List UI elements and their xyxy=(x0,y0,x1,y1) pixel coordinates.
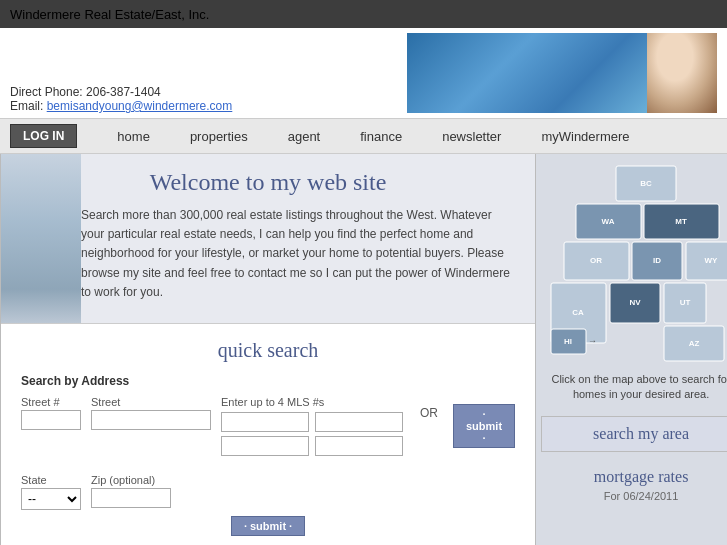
hi-state[interactable] xyxy=(551,329,586,354)
mls-submit-row: · submit · xyxy=(453,404,515,448)
email-label-text: Email: xyxy=(10,99,43,113)
state-select[interactable]: -- xyxy=(21,488,81,510)
welcome-section: Welcome to my web site Search more than … xyxy=(1,154,535,324)
search-by-address-label: Search by Address xyxy=(21,374,515,388)
street-num-label: Street # xyxy=(21,396,81,408)
ut-state[interactable] xyxy=(664,283,706,323)
wy-state[interactable] xyxy=(686,242,727,280)
nv-state[interactable] xyxy=(610,283,660,323)
nav-properties[interactable]: properties xyxy=(170,129,268,144)
nav-newsletter[interactable]: newsletter xyxy=(422,129,521,144)
main-content: Welcome to my web site Search more than … xyxy=(0,154,727,545)
quick-search-section: quick search Search by Address Street # … xyxy=(1,324,535,545)
mls-input-4[interactable] xyxy=(315,436,403,456)
street-input[interactable] xyxy=(91,410,211,430)
right-panel: BC WA MT OR ID WY CA xyxy=(536,154,727,545)
mls-input-3[interactable] xyxy=(221,436,309,456)
login-button[interactable]: LOG IN xyxy=(10,124,77,148)
state-zip-row: State -- Zip (optional) xyxy=(21,474,515,510)
mls-inputs xyxy=(221,412,405,456)
center-panel: Welcome to my web site Search more than … xyxy=(0,154,536,545)
az-state[interactable] xyxy=(664,326,724,361)
contact-info: Direct Phone: 206-387-1404 Email: bemisa… xyxy=(10,33,232,113)
mls-label: Enter up to 4 MLS #s xyxy=(221,396,405,408)
state-map[interactable]: BC WA MT OR ID WY CA xyxy=(546,164,727,364)
mortgage-section: mortgage rates For 06/24/2011 xyxy=(541,460,727,510)
email-link[interactable]: bemisandyoung@windermere.com xyxy=(47,99,233,113)
top-banner: Direct Phone: 206-387-1404 Email: bemisa… xyxy=(0,28,727,118)
welcome-title: Welcome to my web site xyxy=(21,169,515,196)
banner-images xyxy=(407,33,717,113)
mls-section: Enter up to 4 MLS #s OR · submit · xyxy=(221,396,515,456)
street-num-group: Street # xyxy=(21,396,81,430)
wa-state[interactable] xyxy=(576,204,641,239)
nav-agent[interactable]: agent xyxy=(268,129,341,144)
mortgage-date: For 06/24/2011 xyxy=(549,490,727,502)
nav-home[interactable]: home xyxy=(97,129,170,144)
search-area-title[interactable]: search my area xyxy=(550,425,727,443)
nav-mywindermere[interactable]: myWindermere xyxy=(521,129,649,144)
navigation: LOG IN home properties agent finance new… xyxy=(0,118,727,154)
bc-state[interactable] xyxy=(616,166,676,201)
mls-submit-button[interactable]: · submit · xyxy=(453,404,515,448)
email-row: Email: bemisandyoung@windermere.com xyxy=(10,99,232,113)
header-title: Windermere Real Estate/East, Inc. xyxy=(10,7,209,22)
map-section: BC WA MT OR ID WY CA xyxy=(541,159,727,408)
agent-photo xyxy=(647,33,717,113)
map-caption: Click on the map above to search for hom… xyxy=(546,372,727,403)
mortgage-title: mortgage rates xyxy=(549,468,727,486)
state-group: State -- xyxy=(21,474,81,510)
mt-state[interactable] xyxy=(644,204,719,239)
welcome-body: Search more than 300,000 real estate lis… xyxy=(21,206,515,302)
nav-finance[interactable]: finance xyxy=(340,129,422,144)
zip-label: Zip (optional) xyxy=(91,474,171,486)
zip-input[interactable] xyxy=(91,488,171,508)
agent-photo-inner xyxy=(647,33,717,113)
hi-arrow: → xyxy=(588,336,597,346)
banner-photo xyxy=(407,33,647,113)
street-label: Street xyxy=(91,396,211,408)
header-bar: Windermere Real Estate/East, Inc. xyxy=(0,0,727,28)
address-submit-row: · submit · xyxy=(21,516,515,536)
search-area-section[interactable]: search my area xyxy=(541,416,727,452)
mls-inputs-group: Enter up to 4 MLS #s xyxy=(221,396,405,456)
phone-label: Direct Phone: 206-387-1404 xyxy=(10,85,232,99)
zip-group: Zip (optional) xyxy=(91,474,171,508)
id-state[interactable] xyxy=(632,242,682,280)
address-submit-button[interactable]: · submit · xyxy=(231,516,305,536)
or-state[interactable] xyxy=(564,242,629,280)
address-fields: Street # Street Enter up to 4 MLS #s xyxy=(21,396,515,466)
street-group: Street xyxy=(91,396,211,430)
or-label: OR xyxy=(420,406,438,420)
quick-search-title: quick search xyxy=(21,339,515,362)
state-label: State xyxy=(21,474,81,486)
street-num-input[interactable] xyxy=(21,410,81,430)
mls-input-2[interactable] xyxy=(315,412,403,432)
mls-input-1[interactable] xyxy=(221,412,309,432)
